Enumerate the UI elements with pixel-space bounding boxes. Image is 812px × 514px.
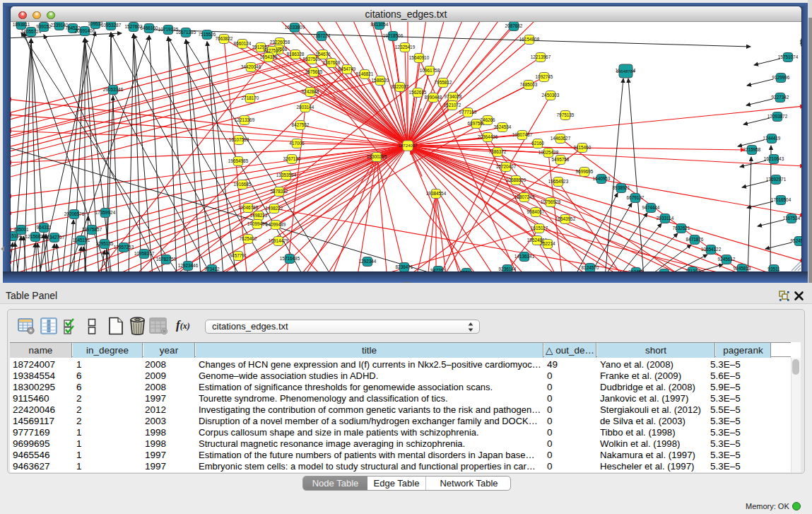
- svg-text:15720407: 15720407: [496, 164, 517, 169]
- svg-text:1615117: 1615117: [531, 226, 548, 230]
- svg-text:19218506: 19218506: [383, 33, 404, 38]
- svg-text:7485003: 7485003: [520, 82, 538, 87]
- svg-text:9457791: 9457791: [230, 253, 247, 258]
- svg-text:9227342: 9227342: [772, 95, 789, 100]
- svg-text:15751074: 15751074: [778, 54, 799, 59]
- svg-text:154676: 154676: [315, 52, 331, 57]
- svg-text:9699695: 9699695: [576, 169, 594, 174]
- svg-text:12213967: 12213967: [531, 54, 551, 59]
- svg-text:1054336: 1054336: [260, 54, 278, 59]
- svg-text:9777169: 9777169: [459, 110, 477, 115]
- svg-text:16210643: 16210643: [764, 156, 784, 161]
- svg-text:12923446: 12923446: [178, 263, 199, 268]
- svg-text:55214: 55214: [460, 270, 473, 271]
- svg-text:252214: 252214: [540, 241, 555, 246]
- svg-text:12156829: 12156829: [25, 234, 46, 239]
- svg-text:10961758: 10961758: [420, 68, 440, 73]
- svg-text:1244419: 1244419: [763, 136, 781, 141]
- svg-text:2087682: 2087682: [505, 23, 523, 28]
- svg-text:7632621: 7632621: [673, 226, 690, 230]
- svg-text:947261: 947261: [430, 268, 446, 271]
- svg-text:2367608: 2367608: [323, 60, 341, 65]
- svg-text:12342757: 12342757: [45, 235, 65, 240]
- svg-text:20206576: 20206576: [64, 211, 85, 216]
- svg-text:8938921: 8938921: [613, 185, 630, 190]
- svg-text:973412: 973412: [204, 267, 220, 271]
- svg-text:2933114: 2933114: [657, 216, 674, 221]
- svg-text:9084067: 9084067: [527, 209, 545, 214]
- svg-text:1295135: 1295135: [96, 241, 114, 246]
- svg-text:93511: 93511: [767, 267, 780, 271]
- svg-text:7515526: 7515526: [199, 32, 216, 37]
- svg-text:9524501: 9524501: [791, 238, 801, 243]
- svg-text:9146821: 9146821: [356, 71, 374, 76]
- svg-text:1916685: 1916685: [234, 182, 252, 187]
- svg-text:3624534: 3624534: [494, 124, 512, 129]
- svg-text:10025438: 10025438: [539, 150, 559, 155]
- svg-text:1292344: 1292344: [359, 259, 377, 264]
- svg-text:12325419: 12325419: [395, 45, 416, 49]
- svg-text:9242848: 9242848: [302, 89, 319, 94]
- svg-text:8660124: 8660124: [234, 41, 252, 46]
- svg-text:9129996: 9129996: [772, 75, 790, 80]
- svg-text:10807487: 10807487: [512, 132, 533, 137]
- svg-text:1145191: 1145191: [73, 238, 90, 243]
- svg-text:7955812: 7955812: [435, 80, 452, 85]
- svg-text:14099490: 14099490: [247, 221, 268, 226]
- svg-text:1621072: 1621072: [444, 103, 461, 107]
- svg-text:18807249: 18807249: [514, 194, 535, 199]
- svg-text:14055724: 14055724: [21, 29, 42, 34]
- svg-text:8813054: 8813054: [371, 22, 389, 27]
- svg-text:1640953: 1640953: [593, 176, 611, 181]
- svg-text:12213369: 12213369: [235, 117, 255, 122]
- svg-text:7975135: 7975135: [557, 112, 575, 117]
- svg-text:16154808: 16154808: [519, 37, 540, 42]
- svg-text:3215958: 3215958: [743, 147, 761, 152]
- svg-text:5495758: 5495758: [552, 157, 570, 162]
- svg-text:18724007: 18724007: [399, 144, 418, 148]
- svg-text:15640910: 15640910: [409, 55, 430, 60]
- svg-text:8124570: 8124570: [582, 265, 599, 270]
- svg-text:7357224: 7357224: [313, 33, 331, 38]
- svg-text:17957253: 17957253: [114, 245, 134, 250]
- svg-text:10958107: 10958107: [134, 251, 155, 256]
- svg-text:15716485: 15716485: [280, 256, 300, 261]
- svg-text:19384554: 19384554: [426, 191, 447, 196]
- svg-text:8454749: 8454749: [339, 66, 356, 71]
- svg-text:16671385: 16671385: [176, 30, 196, 35]
- svg-text:83361: 83361: [658, 271, 671, 271]
- svg-text:17359924: 17359924: [95, 210, 116, 215]
- svg-text:5878332: 5878332: [271, 189, 288, 194]
- svg-text:23226058: 23226058: [270, 40, 290, 45]
- svg-text:9245612: 9245612: [718, 257, 736, 262]
- svg-text:13692971: 13692971: [766, 177, 787, 182]
- svg-text:8186328: 8186328: [287, 52, 305, 57]
- svg-text:14463627: 14463627: [551, 136, 571, 141]
- svg-text:9115460: 9115460: [574, 145, 592, 150]
- svg-text:10953287: 10953287: [101, 23, 122, 28]
- svg-text:2718170: 2718170: [242, 95, 259, 100]
- svg-text:912450: 912450: [628, 269, 644, 271]
- svg-text:19654923: 19654923: [548, 179, 569, 184]
- svg-text:7386372: 7386372: [489, 149, 507, 154]
- svg-text:20364436: 20364436: [478, 134, 498, 139]
- svg-text:12093872: 12093872: [767, 114, 788, 119]
- svg-text:14099489: 14099489: [266, 222, 286, 227]
- svg-text:9245813: 9245813: [734, 266, 751, 271]
- svg-text:16648784: 16648784: [616, 69, 635, 74]
- svg-text:746266: 746266: [480, 117, 495, 122]
- svg-text:7663822: 7663822: [216, 36, 233, 41]
- svg-text:16914479: 16914479: [269, 238, 289, 243]
- svg-text:10654122: 10654122: [701, 247, 722, 252]
- svg-text:16107553: 16107553: [229, 137, 249, 142]
- svg-text:9236144: 9236144: [499, 267, 517, 271]
- svg-text:6679137: 6679137: [627, 195, 645, 200]
- svg-text:2803144: 2803144: [297, 105, 314, 110]
- svg-text:8427552: 8427552: [292, 122, 310, 127]
- svg-text:8322037: 8322037: [392, 84, 409, 89]
- svg-text:8990448: 8990448: [425, 95, 442, 100]
- svg-text:10756928: 10756928: [541, 199, 561, 204]
- svg-text:3267130: 3267130: [283, 156, 301, 161]
- svg-text:939152: 939152: [36, 24, 52, 29]
- svg-text:9474444: 9474444: [642, 205, 660, 210]
